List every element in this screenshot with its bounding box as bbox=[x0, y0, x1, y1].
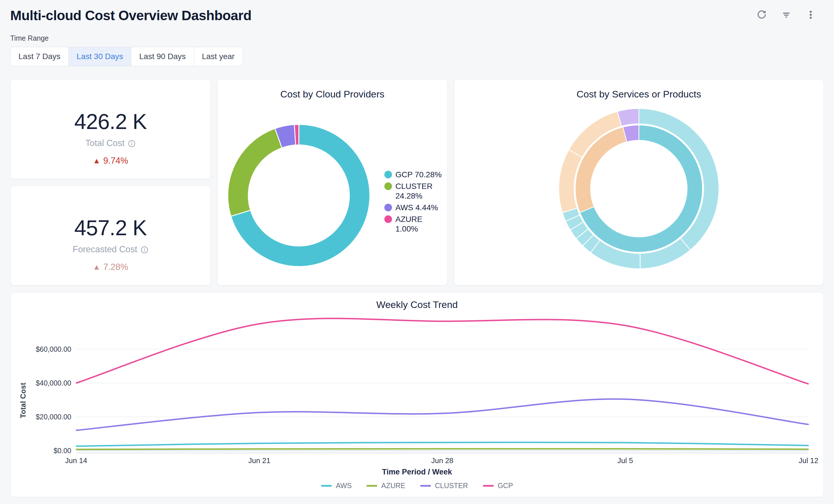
weekly-trend-title: Weekly Cost Trend bbox=[10, 292, 824, 310]
trend-legend-item-aws[interactable]: AWS bbox=[321, 482, 352, 490]
time-range-option-last-90-days[interactable]: Last 90 Days bbox=[131, 47, 194, 66]
forecasted-cost-label: Forecasted Cost bbox=[73, 244, 148, 255]
providers-donut-chart[interactable] bbox=[225, 122, 373, 269]
x-tick-label: Jul 5 bbox=[618, 456, 633, 465]
filter-icon bbox=[781, 9, 792, 20]
weekly-trend-chart[interactable]: $0.00$20,000.00$40,000.00$60,000.00Jun 1… bbox=[10, 312, 824, 467]
donut-slice-azure[interactable] bbox=[294, 125, 299, 145]
legend-swatch bbox=[420, 485, 431, 487]
top-grid: 426.2 K Total Cost ▲ 9.74% 457.2 K Forec… bbox=[10, 79, 824, 286]
refresh-button[interactable] bbox=[756, 9, 768, 20]
forecasted-cost-value: 457.2 K bbox=[74, 215, 147, 240]
page-title: Multi-cloud Cost Overview Dashboard bbox=[10, 7, 251, 24]
y-tick-label: $60,000.00 bbox=[36, 345, 71, 353]
total-cost-delta: ▲ 9.74% bbox=[93, 156, 128, 166]
weekly-trend-card: Weekly Cost Trend Total Cost $0.00$20,00… bbox=[10, 292, 824, 497]
more-icon bbox=[805, 9, 816, 20]
header-actions bbox=[756, 9, 816, 20]
legend-swatch bbox=[321, 485, 332, 487]
legend-item-label: AZURE 1.00% bbox=[395, 215, 445, 234]
dashboard-page: Multi-cloud Cost Overview Dashboard Time… bbox=[0, 0, 834, 497]
providers-donut-card: Cost by Cloud Providers GCP 70.28%CLUSTE… bbox=[217, 79, 448, 286]
legend-item-cluster[interactable]: CLUSTER 24.28% bbox=[384, 181, 445, 201]
services-chart-title: Cost by Services or Products bbox=[454, 80, 824, 100]
legend-item-azure[interactable]: AZURE 1.00% bbox=[384, 215, 445, 234]
trend-legend-item-cluster[interactable]: CLUSTER bbox=[420, 482, 468, 490]
time-range-option-last-30-days[interactable]: Last 30 Days bbox=[69, 47, 131, 66]
trend-legend-label: GCP bbox=[498, 482, 513, 490]
legend-item-aws[interactable]: AWS 4.44% bbox=[384, 203, 445, 213]
trend-legend-item-gcp[interactable]: GCP bbox=[483, 482, 513, 490]
legend-dot bbox=[384, 204, 392, 211]
legend-item-label: GCP 70.28% bbox=[395, 170, 442, 179]
info-icon[interactable] bbox=[128, 139, 135, 148]
series-line-gcp[interactable] bbox=[76, 319, 808, 384]
delta-up-icon: ▲ bbox=[93, 263, 101, 271]
x-tick-label: Jun 14 bbox=[65, 456, 87, 465]
services-sunburst-wrap bbox=[454, 100, 824, 274]
legend-item-label: CLUSTER 24.28% bbox=[395, 181, 445, 201]
trend-legend-label: CLUSTER bbox=[435, 482, 468, 490]
legend-swatch bbox=[367, 485, 377, 487]
series-line-aws[interactable] bbox=[76, 442, 808, 446]
x-tick-label: Jun 21 bbox=[248, 456, 270, 465]
legend-item-gcp[interactable]: GCP 70.28% bbox=[384, 170, 445, 179]
forecasted-cost-card: 457.2 K Forecasted Cost ▲ 7.28% bbox=[10, 185, 211, 286]
trend-legend-label: AWS bbox=[336, 482, 352, 490]
services-sunburst-chart[interactable] bbox=[554, 104, 724, 274]
donut-slice-cluster[interactable] bbox=[228, 128, 282, 216]
y-tick-label: $40,000.00 bbox=[36, 379, 71, 387]
legend-swatch bbox=[483, 485, 494, 487]
sunburst-outer-segment-10[interactable] bbox=[618, 109, 639, 126]
x-axis-title: Time Period / Week bbox=[10, 468, 824, 477]
legend-dot bbox=[384, 215, 392, 223]
providers-legend: GCP 70.28%CLUSTER 24.28%AWS 4.44%AZURE 1… bbox=[384, 170, 445, 236]
time-range-option-last-year[interactable]: Last year bbox=[194, 47, 243, 66]
trend-legend-item-azure[interactable]: AZURE bbox=[367, 482, 405, 490]
y-tick-label: $0.00 bbox=[53, 446, 71, 455]
filter-button[interactable] bbox=[781, 9, 792, 20]
time-range-segmented-control: Last 7 Days Last 30 Days Last 90 Days La… bbox=[10, 47, 243, 66]
legend-dot bbox=[384, 171, 392, 178]
x-tick-label: Jul 12 bbox=[799, 456, 818, 465]
time-range-option-last-7-days[interactable]: Last 7 Days bbox=[10, 47, 69, 66]
trend-legend-label: AZURE bbox=[381, 482, 405, 490]
total-cost-value: 426.2 K bbox=[74, 109, 147, 134]
services-sunburst-card: Cost by Services or Products bbox=[454, 79, 824, 286]
y-tick-label: $20,000.00 bbox=[36, 413, 71, 421]
time-range-label: Time Range bbox=[10, 34, 824, 42]
total-cost-label: Total Cost bbox=[86, 138, 136, 148]
forecasted-cost-delta: ▲ 7.28% bbox=[93, 262, 128, 272]
x-tick-label: Jun 28 bbox=[431, 456, 453, 465]
series-line-azure[interactable] bbox=[76, 449, 808, 450]
info-icon[interactable] bbox=[140, 245, 148, 254]
more-button[interactable] bbox=[805, 9, 816, 20]
axis-band bbox=[76, 452, 808, 454]
providers-chart-title: Cost by Cloud Providers bbox=[217, 80, 447, 100]
legend-item-label: AWS 4.44% bbox=[395, 203, 438, 213]
series-line-cluster[interactable] bbox=[76, 399, 808, 431]
header: Multi-cloud Cost Overview Dashboard bbox=[10, 7, 824, 24]
stat-cards-column: 426.2 K Total Cost ▲ 9.74% 457.2 K Forec… bbox=[10, 79, 211, 286]
weekly-trend-legend: AWSAZURECLUSTERGCP bbox=[10, 482, 824, 490]
legend-dot bbox=[384, 182, 392, 190]
refresh-icon bbox=[756, 9, 767, 20]
delta-up-icon: ▲ bbox=[93, 156, 101, 165]
total-cost-card: 426.2 K Total Cost ▲ 9.74% bbox=[10, 79, 211, 179]
y-axis-title: Total Cost bbox=[19, 382, 27, 418]
